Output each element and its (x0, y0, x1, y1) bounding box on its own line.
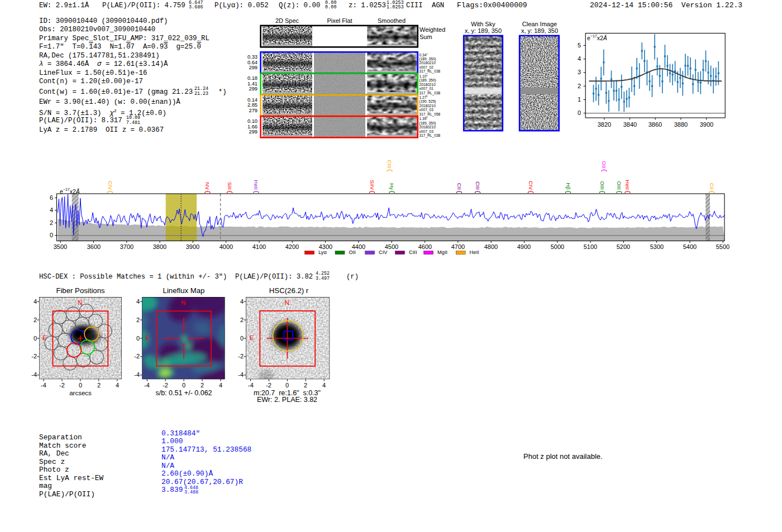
svg-text:NV: NV (204, 183, 211, 190)
svg-text:CII: CII (456, 183, 462, 190)
svg-text:Hγ: Hγ (389, 183, 395, 190)
svg-text:CIV: CIV (528, 181, 534, 190)
svg-text:CIV: CIV (107, 181, 113, 190)
svg-text:CIII: CIII (475, 181, 481, 190)
svg-text:HeII: HeII (253, 180, 259, 189)
svg-text:CII: CII (709, 183, 715, 190)
svg-text:Hβ: Hβ (565, 183, 571, 190)
svg-text:SiIV: SiIV (369, 180, 375, 190)
svg-text:OIII: OIII (616, 181, 622, 189)
svg-text:OII: OII (601, 161, 607, 169)
svg-text:HeII: HeII (624, 180, 631, 189)
svg-text:SiII: SiII (227, 182, 233, 190)
svg-text:CIII: CIII (387, 160, 393, 169)
svg-text:OIII: OIII (599, 181, 605, 189)
